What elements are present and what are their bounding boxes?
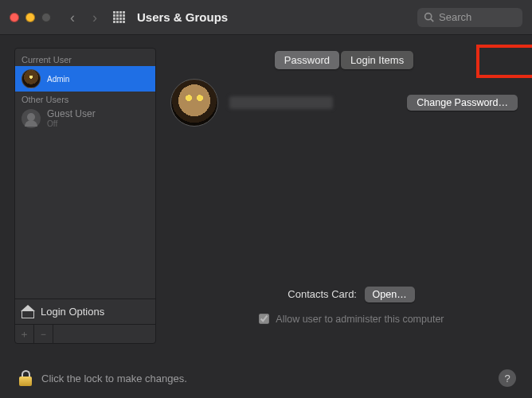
admin-checkbox-row: Allow user to administer this computer [170,314,532,325]
change-password-button[interactable]: Change Password… [407,95,518,111]
remove-user-button[interactable]: － [34,325,53,343]
tab-password[interactable]: Password [275,51,339,69]
search-placeholder: Search [439,11,471,23]
back-button[interactable]: ‹ [65,10,80,25]
titlebar: ‹ › Users & Groups Search [0,0,532,35]
minimize-window-button[interactable] [25,13,35,22]
admin-checkbox [259,314,269,324]
guest-avatar-icon [22,109,41,128]
contacts-label: Contacts Card: [288,288,357,300]
sidebar-item-current-user[interactable]: Admin [15,66,155,92]
svg-point-0 [425,14,432,20]
admin-checkbox-label: Allow user to administer this computer [276,314,444,325]
lock-text: Click the lock to make changes. [41,373,187,384]
home-icon [22,306,34,318]
detail-pane: Password Login Items Change Password… Co… [156,48,518,344]
show-all-icon[interactable] [113,11,126,24]
window-title: Users & Groups [137,10,417,24]
search-icon [424,12,434,22]
contacts-row: Contacts Card: Open… [170,287,532,302]
zoom-window-button [41,13,51,22]
svg-line-1 [431,19,433,21]
guest-name: Guest User [47,109,96,119]
other-users-header: Other Users [15,92,155,106]
user-role: Admin [47,75,69,84]
login-options-button[interactable]: Login Options [15,298,155,324]
user-header: Change Password… [170,79,518,127]
footer: Click the lock to make changes. ? [0,358,532,398]
user-fullname-redacted [229,96,333,109]
forward-button[interactable]: › [88,10,102,25]
tab-bar: Password Login Items [170,51,518,69]
search-field[interactable]: Search [417,8,522,27]
lock-icon[interactable] [18,369,33,387]
sidebar-item-guest-user[interactable]: Guest User Off [15,106,155,131]
guest-status: Off [47,119,96,128]
content: Current User Admin Other Users Guest Use… [0,35,532,344]
close-window-button[interactable] [10,13,19,22]
login-options-label: Login Options [41,306,104,318]
nav-buttons: ‹ › [65,10,102,25]
user-avatar-large[interactable] [170,79,218,127]
window-controls [10,13,51,22]
current-user-header: Current User [15,52,155,66]
help-button[interactable]: ? [499,369,516,387]
add-remove-bar: ＋ － [15,324,155,343]
add-user-button[interactable]: ＋ [15,325,34,343]
tab-login-items[interactable]: Login Items [341,51,413,69]
user-sidebar: Current User Admin Other Users Guest Use… [14,48,156,344]
open-contacts-button[interactable]: Open… [365,287,415,302]
user-avatar-icon [22,69,41,88]
